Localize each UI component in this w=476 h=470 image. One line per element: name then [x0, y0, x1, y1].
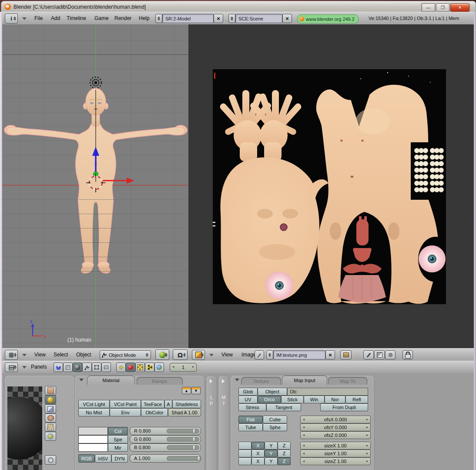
vcol-light-button[interactable]: VCol Light [78, 400, 110, 408]
ob-name-field[interactable]: Ob: [287, 388, 368, 396]
menu-select[interactable]: Select [54, 352, 68, 358]
version-link[interactable]: www.blender.org 249.2 [297, 14, 359, 24]
preview-sphere-button[interactable] [45, 395, 56, 404]
alpha-button[interactable]: A [164, 400, 172, 408]
stick-button[interactable]: Stick [281, 396, 304, 403]
draw-type-button[interactable] [155, 349, 169, 360]
flat-button[interactable]: Flat [238, 416, 263, 423]
header-collapse-icon[interactable] [22, 17, 27, 20]
axis-blank-button[interactable] [238, 457, 251, 465]
sizex-field[interactable]: ◂sizeX 1.00▸ [300, 442, 371, 450]
buttons-window[interactable]: Material Ramps ▲ ▼ VCol Light VCol Paint… [2, 373, 474, 470]
editor-type-button-info[interactable]: i [5, 13, 18, 24]
uv-button[interactable]: UV [238, 396, 258, 403]
menu-view[interactable]: View [34, 352, 46, 358]
header-collapse-icon[interactable] [209, 354, 214, 356]
image-name-field[interactable]: IM:texture.png [273, 350, 325, 359]
titlebar[interactable]: Blender [C:\Users\adib\Documents\blender… [1, 1, 476, 13]
ofsx-field[interactable]: ◂ofsX 0.000▸ [300, 416, 371, 423]
shading-context-button[interactable] [73, 363, 82, 372]
slider-r[interactable]: R 0.800 [130, 427, 201, 435]
panel-up-button[interactable]: ▲ [182, 387, 191, 394]
pivot-button[interactable]: Ω [173, 349, 188, 360]
ofsy-field[interactable]: ◂ofsY 0.000▸ [300, 423, 371, 431]
world-buttons-button[interactable] [154, 363, 164, 372]
tab-map-to[interactable]: Map To [328, 377, 367, 385]
axis-x-button[interactable]: X [251, 442, 265, 450]
texture-buttons-button[interactable] [135, 363, 145, 372]
image-pin-button[interactable] [255, 350, 264, 359]
env-button[interactable]: Env [110, 408, 141, 416]
lamp-buttons-button[interactable] [116, 363, 126, 372]
collapsed-panel-links-pipeline[interactable]: L P [206, 376, 217, 470]
menu-view[interactable]: View [221, 352, 233, 358]
menu-image[interactable]: Image [241, 352, 256, 358]
screen-delete-button[interactable]: × [214, 14, 223, 23]
axis-z-button[interactable]: Z [278, 450, 291, 457]
script-context-button[interactable] [63, 363, 73, 372]
tab-texture[interactable]: Texture [241, 377, 281, 385]
rgb-button[interactable]: RGB [78, 454, 95, 463]
minimize-button[interactable]: — [422, 3, 435, 12]
material-buttons-button[interactable] [126, 363, 135, 372]
color-swatch-mir[interactable] [78, 443, 108, 452]
orco-button[interactable]: Orco [258, 396, 281, 403]
panel-collapse-icon[interactable] [79, 379, 84, 381]
slider-g[interactable]: G 0.800 [130, 435, 201, 443]
panel-down-button[interactable]: ▼ [191, 387, 201, 394]
preview-refresh-button[interactable] [45, 455, 56, 465]
stress-button[interactable]: Stress [238, 403, 266, 411]
axis-x-button[interactable]: X [251, 450, 265, 457]
win-button[interactable]: Win [304, 396, 325, 403]
axis-z-button[interactable]: Z [278, 457, 291, 465]
col-button[interactable]: Col [108, 427, 128, 435]
preview-sphere-sky-button[interactable] [45, 432, 56, 441]
axis-x-button[interactable]: X [251, 457, 265, 465]
editor-type-button-image[interactable] [192, 350, 205, 360]
maximize-button[interactable]: ❐ [436, 3, 449, 12]
axis-y-button[interactable]: Y [265, 450, 278, 457]
frame-number-field[interactable]: ◂1▸ [170, 363, 197, 372]
screen-browse-button[interactable] [155, 14, 162, 23]
axis-blank-button[interactable] [238, 450, 251, 457]
scene-browse-button[interactable] [228, 14, 235, 23]
refl-button[interactable]: Refl [345, 396, 368, 403]
collapsed-panel-material[interactable]: M T [218, 376, 229, 470]
image-paint-button[interactable] [363, 350, 374, 359]
axis-blank-button[interactable] [238, 442, 251, 450]
mode-dropdown[interactable]: Object Mode [100, 350, 151, 359]
viewport-3d[interactable]: z x (1) human [2, 24, 189, 348]
editor-type-button-3dview[interactable] [5, 350, 18, 360]
menu-file[interactable]: File [34, 15, 43, 21]
nor-button[interactable]: Nor [325, 396, 345, 403]
scene-selector-field[interactable]: SCE:Scene [235, 14, 282, 23]
menu-render[interactable]: Render [114, 15, 131, 21]
close-button[interactable]: × [450, 3, 469, 12]
texture-blend-button[interactable] [374, 350, 385, 359]
axis-z-button[interactable]: Z [278, 442, 291, 450]
logic-context-button[interactable] [54, 363, 63, 372]
preview-hair-button[interactable] [45, 423, 56, 432]
preview-flat-button[interactable] [45, 386, 56, 395]
pack-image-button[interactable] [340, 350, 352, 359]
texface-button[interactable]: TexFace [141, 400, 164, 408]
editor-type-button-buttons[interactable] [5, 363, 18, 372]
uv-image-editor[interactable] [188, 24, 474, 348]
dyn-button[interactable]: DYN [111, 454, 128, 463]
obcolor-button[interactable]: ObColor [141, 408, 168, 416]
editing-context-button[interactable] [92, 363, 101, 372]
mir-button[interactable]: Mir [108, 443, 128, 452]
no-mist-button[interactable]: No Mist [78, 408, 110, 416]
sizez-field[interactable]: ◂sizeZ 1.00▸ [300, 457, 371, 465]
header-collapse-icon[interactable] [22, 366, 27, 369]
menu-help[interactable]: Help [139, 15, 150, 21]
slider-a[interactable]: A 1.000 [130, 454, 201, 463]
image-delete-button[interactable]: × [325, 350, 335, 359]
from-dupli-button[interactable]: From Dupli [320, 403, 368, 411]
object-context-button[interactable] [82, 363, 92, 372]
anim-dot-button[interactable] [385, 350, 396, 359]
tangent-button[interactable]: Tangent [266, 403, 301, 411]
scene-delete-button[interactable]: × [282, 14, 292, 23]
hsv-button[interactable]: HSV [95, 454, 111, 463]
vcol-paint-button[interactable]: VCol Paint [110, 400, 141, 408]
